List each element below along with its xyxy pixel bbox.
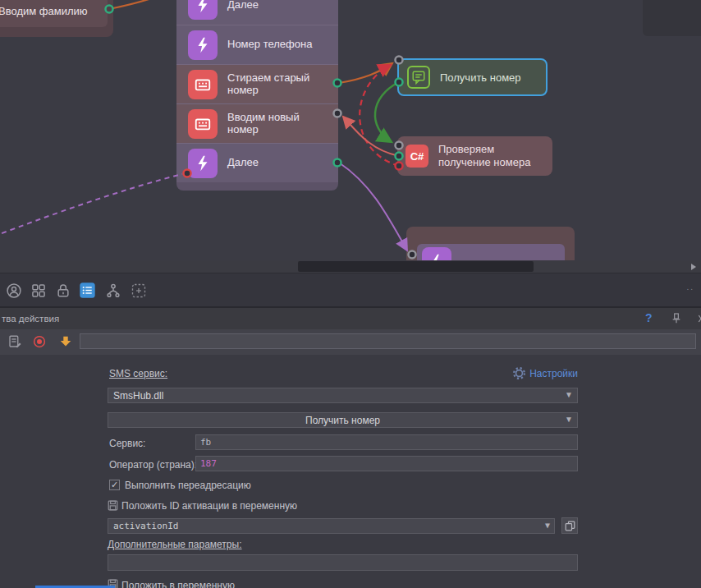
flow-canvas[interactable]: Вводим фамилию Далее Номер телефона (0, 0, 701, 260)
sms-service-select[interactable]: SmsHub.dll ▼ (108, 388, 578, 403)
chevron-down-icon: ▼ (545, 521, 550, 530)
lightning-icon (188, 0, 218, 20)
activation-id-label: Положить ID активации в переменную (121, 500, 297, 512)
properties-toolbar (0, 329, 701, 355)
record-icon[interactable] (31, 333, 47, 349)
lightning-icon (422, 247, 451, 260)
action-row-label: Далее (227, 0, 332, 11)
action-row-phone-number[interactable]: Номер телефона (176, 25, 338, 64)
operator-label: Оператор (страна): (109, 459, 197, 471)
bottom-action-group[interactable] (406, 227, 575, 260)
scroll-right-arrow[interactable] (689, 263, 699, 271)
action-row-next-1[interactable]: Далее (176, 0, 338, 25)
chevron-down-icon: ▼ (565, 390, 573, 399)
properties-panel-header: тва действия ? (0, 306, 701, 329)
action-row-label: Вводим новый номер (227, 112, 332, 136)
extra-params-input[interactable] (108, 554, 578, 571)
edit-note-icon[interactable] (7, 333, 22, 349)
save-variable-icon (107, 499, 118, 511)
chevron-down-icon: ▼ (565, 415, 573, 424)
put-in-variable-label: Положить в переменную (121, 580, 235, 588)
wire-red-dashed (360, 65, 399, 166)
wire-purple-dashed (0, 174, 182, 237)
action-row-label: Стираем старый номер (227, 72, 332, 97)
gear-icon (513, 367, 525, 379)
down-arrow-icon[interactable] (57, 333, 73, 349)
add-region-icon[interactable] (130, 282, 147, 299)
view-toolbar: ∙∙ (0, 273, 701, 306)
action-row-label: Далее (227, 157, 332, 169)
flow-connections (0, 0, 701, 260)
copy-variable-button[interactable] (561, 517, 578, 534)
canvas-corner-shade (643, 0, 701, 36)
node-label: Проверяем получение номера (438, 143, 530, 168)
scrollbar-thumb[interactable] (298, 261, 534, 272)
method-select[interactable]: Получить номер ▼ (108, 412, 578, 428)
node-label: Получить номер (440, 71, 521, 84)
wire-green (375, 82, 399, 142)
lock-icon[interactable] (54, 282, 71, 299)
lightning-icon (188, 149, 218, 178)
keyboard-icon (188, 109, 218, 139)
panel-edge-icon[interactable] (696, 312, 701, 328)
copy-icon (565, 521, 575, 531)
extra-params-link[interactable]: Дополнительные параметры: (108, 539, 242, 550)
action-row-erase-old-number[interactable]: Стираем старый номер (176, 64, 338, 103)
forward-checkbox-label[interactable]: Выполнить переадресацию (125, 480, 251, 491)
activation-variable-select[interactable]: activationId ▼ (108, 518, 555, 534)
wire-purple (339, 163, 407, 250)
node-get-number-selected[interactable]: Получить номер (397, 58, 548, 96)
grid-icon[interactable] (30, 282, 47, 299)
properties-form: SMS сервис: Настройки SmsHub.dll ▼ Получ… (0, 355, 701, 588)
operator-input[interactable] (195, 456, 578, 471)
panel-title: тва действия (2, 314, 59, 324)
service-input[interactable] (195, 434, 578, 450)
help-button[interactable]: ? (645, 311, 653, 324)
action-row-enter-new-number[interactable]: Вводим новый номер (176, 103, 338, 143)
list-icon[interactable] (79, 282, 96, 299)
node-label: Вводим фамилию (0, 5, 88, 17)
wire-orange-offscreen (109, 0, 187, 9)
quick-search-input[interactable] (80, 333, 696, 349)
speech-bubble-icon (407, 66, 430, 89)
forward-checkbox[interactable]: ✓ (109, 480, 120, 490)
action-group[interactable]: Далее Номер телефона Стираем старый номе… (176, 0, 338, 191)
settings-link[interactable]: Настройки (0, 367, 578, 379)
node-enter-lastname[interactable]: Вводим фамилию (0, 0, 113, 37)
node-check-number[interactable]: C# Проверяем получение номера (397, 136, 552, 176)
action-row-label: Номер телефона (227, 39, 332, 51)
wire-orange (339, 63, 392, 83)
canvas-horizontal-scrollbar[interactable] (0, 260, 701, 273)
lightning-icon (188, 30, 218, 60)
wire-salmon (343, 117, 399, 156)
checkmark-icon: ✓ (111, 480, 118, 489)
toolbar-overflow-dots[interactable]: ∙∙ (686, 284, 694, 293)
pin-icon[interactable] (670, 312, 683, 328)
service-label: Сервис: (109, 438, 145, 449)
project-maker-window: Вводим фамилию Далее Номер телефона (0, 0, 701, 588)
tree-icon[interactable] (104, 282, 121, 299)
action-row-next-2[interactable]: Далее (176, 143, 338, 182)
keyboard-icon (188, 70, 218, 99)
right-triangle-icon (691, 264, 696, 270)
csharp-icon: C# (405, 145, 428, 168)
user-icon[interactable] (5, 282, 22, 299)
